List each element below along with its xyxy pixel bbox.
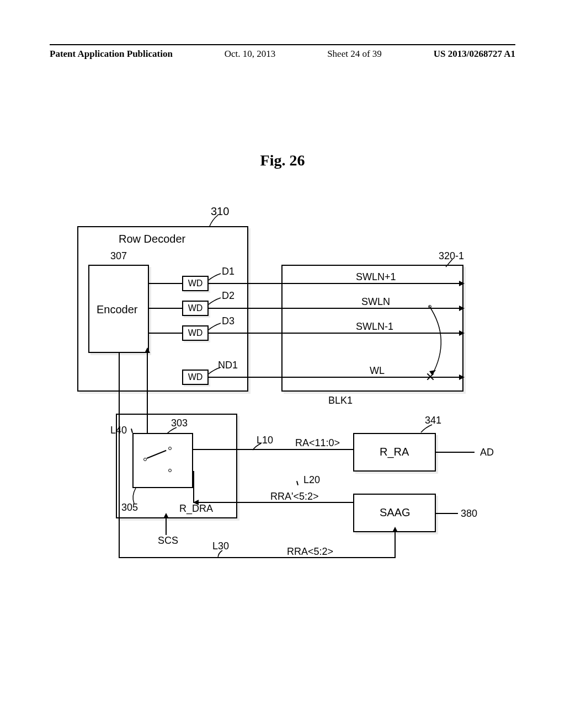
rra-label: RRA<5:2> xyxy=(287,546,333,558)
l40-line xyxy=(147,353,148,433)
l30-h xyxy=(119,557,395,558)
saag-ref: 380 xyxy=(461,508,477,520)
wd-box-3: WD xyxy=(182,325,209,341)
wd-box-1: WD xyxy=(182,276,209,291)
switch-out-top xyxy=(168,447,172,450)
line-wl xyxy=(209,377,463,378)
l30-v-left xyxy=(119,353,120,557)
line-swlnm1 xyxy=(209,333,463,334)
wl-label: WL xyxy=(370,365,385,377)
wd-box-2: WD xyxy=(182,301,209,316)
saag-ref-line xyxy=(436,513,458,514)
r-dra-inner-ref: 305 xyxy=(121,502,138,513)
line-enc-wd1 xyxy=(149,283,182,284)
swlnm1-label: SWLN-1 xyxy=(356,321,393,333)
encoder-ref: 307 xyxy=(110,250,127,262)
l20-label: L20 xyxy=(303,474,320,486)
line-swln xyxy=(209,308,463,309)
wd-ref-d3: D3 xyxy=(222,315,234,327)
l10-line xyxy=(193,449,353,450)
wd-ref-nd1: ND1 xyxy=(218,360,238,371)
figure-title: Fig. 26 xyxy=(0,152,565,169)
header-right: US 2013/0268727 A1 xyxy=(434,49,515,60)
saag-name: SAAG xyxy=(380,506,411,519)
line-enc-wd3 xyxy=(149,333,182,334)
page-header: Patent Application Publication Oct. 10, … xyxy=(50,44,515,60)
svg-marker-0 xyxy=(429,370,436,375)
row-decoder-title: Row Decoder xyxy=(119,233,185,245)
ad-label: AD xyxy=(480,447,494,458)
header-sheet: Sheet 24 of 39 xyxy=(327,49,382,60)
header-date: Oct. 10, 2013 xyxy=(225,49,276,60)
ra-label: RA<11:0> xyxy=(295,437,340,449)
l20-tick xyxy=(296,481,299,485)
swln1-label: SWLN+1 xyxy=(356,271,396,283)
encoder-title: Encoder xyxy=(97,303,138,316)
l30-v-right xyxy=(395,532,396,558)
l20-line-b xyxy=(193,471,194,503)
wd-ref-d1: D1 xyxy=(222,266,234,277)
r-ra-name: R_RA xyxy=(380,446,409,458)
scs-line xyxy=(166,518,167,535)
rra-prime-label: RRA'<5:2> xyxy=(270,491,319,502)
wd-box-4: WD xyxy=(182,370,209,385)
diagram-canvas: Row Decoder 310 Encoder 307 WD WD WD WD … xyxy=(77,193,497,552)
r-dra-switch xyxy=(132,433,193,488)
curve-swln-wl xyxy=(429,306,462,381)
line-swln1 xyxy=(209,283,463,284)
swln-label: SWLN xyxy=(361,296,390,308)
blk1-name: BLK1 xyxy=(328,395,353,406)
switch-out-bot xyxy=(168,469,172,472)
line-enc-wd2 xyxy=(149,308,182,309)
wd-ref-d2: D2 xyxy=(222,290,234,302)
ad-line xyxy=(436,452,475,453)
scs-label: SCS xyxy=(158,535,178,547)
header-left: Patent Application Publication xyxy=(50,49,173,60)
